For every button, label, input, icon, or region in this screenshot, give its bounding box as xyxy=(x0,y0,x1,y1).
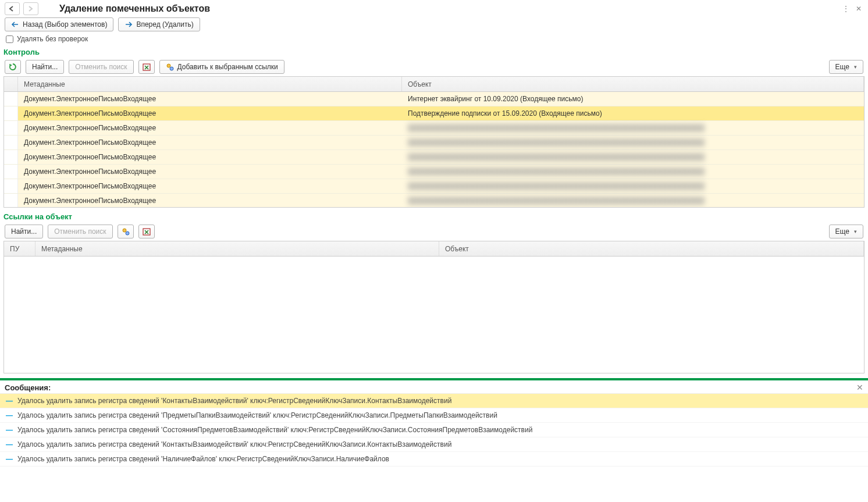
nav-forward-button xyxy=(23,2,38,15)
cell-metadata: Документ.ЭлектронноеПисьмоВходящее xyxy=(18,182,402,190)
message-dash-icon: — xyxy=(6,455,13,463)
control-more-button[interactable]: Еще ▾ xyxy=(829,60,863,74)
message-dash-icon: — xyxy=(6,411,13,419)
col-object-header[interactable]: Объект xyxy=(402,77,864,91)
find-label: Найти... xyxy=(32,63,58,71)
refs-more-label: Еще xyxy=(835,227,849,236)
delete-without-checks-input[interactable] xyxy=(6,35,13,43)
message-dash-icon: — xyxy=(6,397,13,405)
refs-table-body[interactable] xyxy=(4,257,864,373)
cell-object: ████████████████████████████████████████… xyxy=(402,197,864,205)
delete-without-checks-checkbox[interactable]: Удалять без проверок xyxy=(0,34,868,47)
cell-metadata: Документ.ЭлектронноеПисьмоВходящее xyxy=(18,138,402,147)
cell-metadata: Документ.ЭлектронноеПисьмоВходящее xyxy=(18,153,402,161)
export-excel-button[interactable] xyxy=(138,60,155,74)
delete-without-checks-label: Удалять без проверок xyxy=(17,35,88,43)
cell-metadata: Документ.ЭлектронноеПисьмоВходящее xyxy=(18,109,402,118)
table-row[interactable]: Документ.ЭлектронноеПисьмоВходящее██████… xyxy=(4,121,864,136)
refs-section-title: Ссылки на объект xyxy=(0,211,868,223)
refs-more-button[interactable]: Еще ▾ xyxy=(829,225,863,238)
kebab-menu-icon[interactable]: ⋮ xyxy=(841,5,851,13)
table-row[interactable]: Документ.ЭлектронноеПисьмоВходящее██████… xyxy=(4,165,864,179)
messages-panel: Сообщения: ✕ —Удалось удалить запись рег… xyxy=(0,380,868,502)
refs-find-button[interactable]: Найти... xyxy=(5,225,43,238)
find-button[interactable]: Найти... xyxy=(26,60,64,74)
cell-object: ████████████████████████████████████████… xyxy=(402,153,864,161)
cancel-find-button: Отменить поиск xyxy=(69,60,133,74)
col-metadata-header[interactable]: Метаданные xyxy=(18,77,402,91)
svg-point-2 xyxy=(170,67,173,70)
table-row[interactable]: Документ.ЭлектронноеПисьмоВходящееПодтве… xyxy=(4,106,864,121)
message-text: Удалось удалить запись регистра сведений… xyxy=(17,426,532,434)
table-row[interactable]: Документ.ЭлектронноеПисьмоВходящее██████… xyxy=(4,179,864,194)
step-forward-button[interactable]: Вперед (Удалить) xyxy=(118,17,200,31)
row-indicator xyxy=(4,136,18,149)
message-dash-icon: — xyxy=(6,440,13,448)
table-row[interactable]: Документ.ЭлектронноеПисьмоВходящееИнтерн… xyxy=(4,92,864,106)
cell-object: ████████████████████████████████████████… xyxy=(402,138,864,147)
step-back-button[interactable]: Назад (Выбор элементов) xyxy=(5,17,113,31)
message-row[interactable]: —Удалось удалить запись регистра сведени… xyxy=(0,408,868,423)
row-indicator xyxy=(4,194,18,207)
table-row[interactable]: Документ.ЭлектронноеПисьмоВходящее██████… xyxy=(4,194,864,207)
control-table-header: Метаданные Объект xyxy=(4,77,864,92)
messages-title: Сообщения: xyxy=(5,383,51,392)
cell-metadata: Документ.ЭлектронноеПисьмоВходящее xyxy=(18,197,402,205)
refs-open-link-button[interactable] xyxy=(118,225,134,238)
cell-metadata: Документ.ЭлектронноеПисьмоВходящее xyxy=(18,168,402,176)
row-indicator xyxy=(4,150,18,164)
cell-object: Интернет эквайринг от 10.09.2020 (Входящ… xyxy=(402,95,864,103)
cell-object: ████████████████████████████████████████… xyxy=(402,124,864,132)
message-row[interactable]: —Удалось удалить запись регистра сведени… xyxy=(0,423,868,437)
step-back-label: Назад (Выбор элементов) xyxy=(23,20,107,29)
svg-point-3 xyxy=(123,229,126,232)
control-table-body[interactable]: Документ.ЭлектронноеПисьмоВходящееИнтерн… xyxy=(4,92,864,207)
chevron-down-icon: ▾ xyxy=(854,229,857,234)
cancel-find-label: Отменить поиск xyxy=(75,63,127,71)
messages-list[interactable]: —Удалось удалить запись регистра сведени… xyxy=(0,393,868,467)
add-to-selected-refs-button[interactable]: Добавить к выбранным ссылки xyxy=(159,60,284,74)
svg-point-4 xyxy=(126,232,129,235)
table-row[interactable]: Документ.ЭлектронноеПисьмоВходящее██████… xyxy=(4,150,864,165)
cell-metadata: Документ.ЭлектронноеПисьмоВходящее xyxy=(18,95,402,103)
control-table[interactable]: Метаданные Объект Документ.ЭлектронноеПи… xyxy=(3,76,865,208)
step-forward-label: Вперед (Удалить) xyxy=(136,20,193,29)
page-title: Удаление помеченных объектов xyxy=(59,3,210,14)
refs-cancel-find-label: Отменить поиск xyxy=(54,227,106,236)
col-pu-header[interactable]: ПУ xyxy=(4,241,35,256)
col-meta-header[interactable]: Метаданные xyxy=(35,241,439,256)
svg-point-1 xyxy=(167,64,170,67)
cell-object: ████████████████████████████████████████… xyxy=(402,182,864,190)
message-dash-icon: — xyxy=(6,426,13,434)
messages-close-icon[interactable]: ✕ xyxy=(856,383,863,392)
message-text: Удалось удалить запись регистра сведений… xyxy=(17,397,451,405)
chevron-down-icon: ▾ xyxy=(854,64,857,70)
cell-object: ████████████████████████████████████████… xyxy=(402,168,864,176)
message-row[interactable]: —Удалось удалить запись регистра сведени… xyxy=(0,394,868,408)
row-indicator xyxy=(4,106,18,120)
refs-export-excel-button[interactable] xyxy=(138,225,155,238)
control-more-label: Еще xyxy=(835,63,849,71)
row-indicator xyxy=(4,121,18,135)
cell-metadata: Документ.ЭлектронноеПисьмоВходящее xyxy=(18,124,402,132)
add-refs-label: Добавить к выбранным ссылки xyxy=(177,63,278,71)
message-row[interactable]: —Удалось удалить запись регистра сведени… xyxy=(0,437,868,452)
row-indicator xyxy=(4,165,18,179)
refs-find-label: Найти... xyxy=(11,227,37,236)
table-row[interactable]: Документ.ЭлектронноеПисьмоВходящее██████… xyxy=(4,136,864,150)
cell-object: Подтверждение подписки от 15.09.2020 (Вх… xyxy=(402,109,864,118)
refs-table-header: ПУ Метаданные Объект xyxy=(4,241,864,257)
refresh-button[interactable] xyxy=(5,60,21,74)
close-icon[interactable]: ✕ xyxy=(854,5,863,13)
control-section-title: Контроль xyxy=(0,47,868,59)
nav-back-button[interactable] xyxy=(5,2,20,15)
message-text: Удалось удалить запись регистра сведений… xyxy=(17,440,451,448)
col-obj-header[interactable]: Объект xyxy=(439,241,864,256)
row-indicator xyxy=(4,92,18,106)
row-indicator xyxy=(4,179,18,193)
message-text: Удалось удалить запись регистра сведений… xyxy=(17,411,497,419)
refs-cancel-find-button: Отменить поиск xyxy=(48,225,112,238)
refs-table[interactable]: ПУ Метаданные Объект xyxy=(3,241,865,373)
message-row[interactable]: —Удалось удалить запись регистра сведени… xyxy=(0,452,868,467)
message-text: Удалось удалить запись регистра сведений… xyxy=(17,455,389,463)
